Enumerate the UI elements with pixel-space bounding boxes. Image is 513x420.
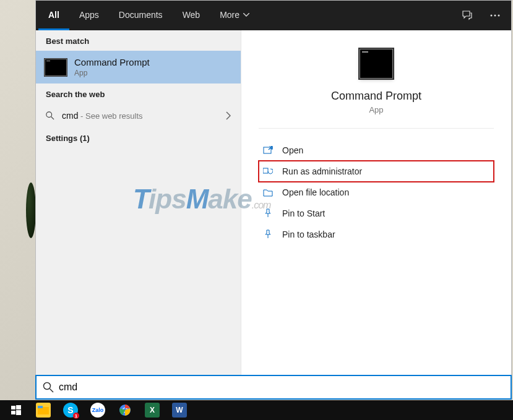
- tab-more-label: More: [220, 10, 239, 20]
- tab-more[interactable]: More: [210, 1, 259, 30]
- app-name: Command Prompt: [331, 90, 421, 103]
- best-match-header: Best match: [36, 30, 241, 51]
- chrome-icon: [118, 403, 132, 418]
- svg-rect-9: [11, 406, 15, 409]
- cmd-icon: [45, 59, 67, 76]
- svg-rect-12: [16, 410, 21, 415]
- app-type: App: [369, 105, 383, 114]
- svg-rect-14: [38, 406, 43, 408]
- taskbar: S1 Zalo X W: [0, 400, 513, 420]
- svg-point-3: [46, 112, 52, 118]
- pin-taskbar-icon: [262, 229, 274, 239]
- taskbar-zalo[interactable]: Zalo: [84, 400, 111, 420]
- search-box[interactable]: [35, 375, 512, 400]
- feedback-icon[interactable]: [453, 1, 481, 30]
- tab-documents[interactable]: Documents: [109, 1, 173, 30]
- search-icon: [46, 111, 54, 120]
- folder-icon: [262, 187, 274, 197]
- windows-logo-icon: [11, 405, 21, 415]
- svg-rect-10: [16, 405, 21, 409]
- taskbar-word[interactable]: W: [166, 400, 193, 420]
- desktop-object: [26, 182, 36, 238]
- chevron-down-icon: [243, 13, 249, 17]
- search-results-window: All Apps Documents Web More Best match C…: [35, 0, 512, 400]
- settings-header[interactable]: Settings (1): [36, 127, 241, 148]
- action-pin-to-taskbar[interactable]: Pin to taskbar: [259, 224, 494, 245]
- action-open[interactable]: Open: [259, 140, 494, 161]
- action-pin-to-start[interactable]: Pin to Start: [259, 203, 494, 224]
- best-match-result[interactable]: Command Prompt App: [36, 51, 241, 84]
- admin-shield-icon: [262, 166, 274, 176]
- chevron-right-icon: [226, 111, 231, 120]
- app-hero: Command Prompt App: [259, 45, 494, 129]
- svg-rect-6: [263, 168, 268, 173]
- action-label: Pin to Start: [282, 208, 325, 218]
- web-query-text: cmd: [62, 111, 78, 121]
- svg-point-7: [44, 383, 51, 390]
- cmd-icon-large: [360, 49, 393, 79]
- more-options-icon[interactable]: [481, 1, 509, 30]
- svg-point-1: [494, 15, 496, 17]
- web-search-result[interactable]: cmd - See web results: [36, 104, 241, 127]
- search-icon: [43, 382, 54, 393]
- open-icon: [262, 145, 274, 155]
- action-run-as-administrator[interactable]: Run as administrator: [259, 161, 494, 182]
- svg-line-4: [51, 117, 54, 119]
- action-label: Run as administrator: [282, 166, 362, 176]
- actions-list: Open Run as administrator Open file loca…: [259, 129, 494, 245]
- zalo-icon: Zalo: [90, 403, 105, 418]
- start-button[interactable]: [2, 400, 30, 420]
- taskbar-skype[interactable]: S1: [57, 400, 84, 420]
- search-filter-tabs: All Apps Documents Web More: [36, 1, 511, 30]
- svg-point-0: [491, 15, 493, 17]
- tab-web[interactable]: Web: [173, 1, 210, 30]
- svg-point-2: [498, 15, 500, 17]
- skype-icon: S1: [63, 403, 78, 418]
- svg-line-8: [50, 389, 54, 393]
- details-right-panel: Command Prompt App Open Run as administr…: [241, 30, 511, 399]
- action-label: Pin to taskbar: [282, 229, 335, 239]
- tab-all[interactable]: All: [38, 1, 69, 30]
- search-web-header: Search the web: [36, 84, 241, 104]
- file-explorer-icon: [36, 403, 51, 418]
- search-input[interactable]: [59, 382, 504, 393]
- word-icon: W: [172, 403, 187, 418]
- action-label: Open: [282, 145, 303, 155]
- result-subtitle: App: [74, 69, 150, 77]
- web-suffix-text: - See web results: [78, 111, 142, 121]
- taskbar-file-explorer[interactable]: [30, 400, 57, 420]
- result-title: Command Prompt: [74, 57, 150, 67]
- taskbar-excel[interactable]: X: [139, 400, 166, 420]
- taskbar-chrome[interactable]: [111, 400, 139, 420]
- tab-apps[interactable]: Apps: [69, 1, 109, 30]
- action-open-file-location[interactable]: Open file location: [259, 182, 494, 203]
- pin-start-icon: [262, 208, 274, 218]
- svg-rect-11: [11, 411, 15, 414]
- results-left-panel: Best match Command Prompt App Search the…: [36, 30, 241, 399]
- action-label: Open file location: [282, 187, 349, 197]
- excel-icon: X: [145, 403, 160, 418]
